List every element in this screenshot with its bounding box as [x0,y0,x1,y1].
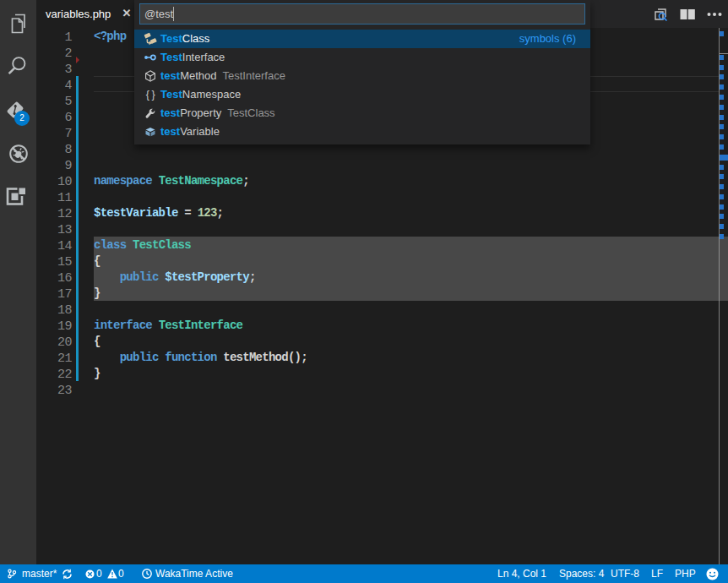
svg-text:{ }: { } [146,89,155,101]
